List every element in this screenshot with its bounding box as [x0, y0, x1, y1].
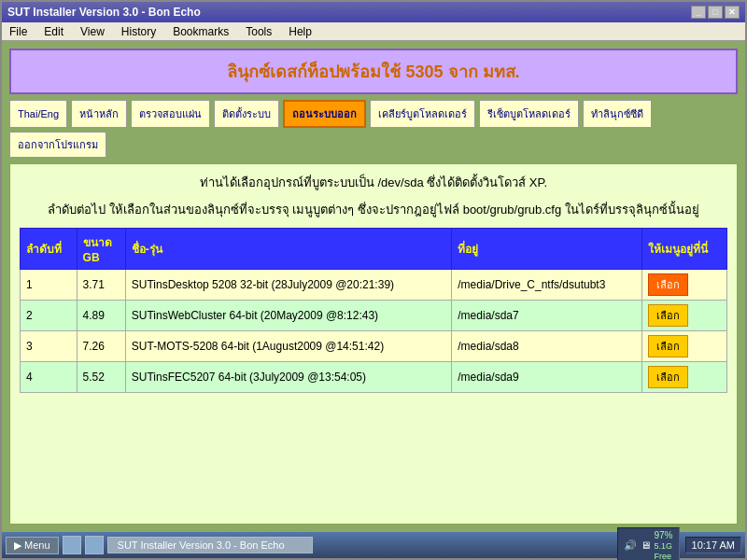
cell-size: 4.89 [77, 300, 125, 330]
cell-size: 7.26 [77, 330, 125, 361]
minimize-button[interactable]: _ [691, 6, 706, 19]
main-window: SUT Installer Version 3.0 - Bon Echo _ □… [0, 0, 747, 560]
table-row: 13.71SUTinsDesktop 5208 32-bit (28July20… [21, 269, 727, 300]
cell-size: 3.71 [77, 269, 125, 300]
nav-btn-thai-eng[interactable]: Thai/Eng [9, 100, 67, 128]
col-header-size: ขนาดGB [77, 228, 125, 269]
cell-path: /media/sda9 [452, 361, 641, 392]
cell-num: 3 [21, 330, 78, 361]
col-header-action: ให้เมนูอยู่ที่นี่ [641, 228, 727, 269]
taskbar-icon-1[interactable] [63, 536, 81, 554]
nav-btn-check-disc[interactable]: ตรวจสอบแผ่น [131, 100, 210, 128]
sys-tray: 🔊 🖥 97%5.1GFree [617, 527, 680, 561]
menu-view[interactable]: View [77, 25, 108, 38]
cell-action: เลือก [641, 300, 727, 330]
nav-btn-exit[interactable]: ออกจากโปรแกรม [9, 132, 106, 158]
menu-edit[interactable]: Edit [40, 25, 67, 38]
cell-size: 5.52 [77, 361, 125, 392]
taskbar-right: 🔊 🖥 97%5.1GFree 10:17 AM [617, 527, 742, 561]
maximize-button[interactable]: □ [708, 6, 723, 19]
start-button[interactable]: ▶ Menu [6, 537, 59, 554]
data-table: ลำดับที่ ขนาดGB ชื่อ-รุ่น ที่อยู่ ให้เมน… [20, 228, 727, 393]
network-icon[interactable]: 🖥 [641, 539, 651, 551]
col-header-num: ลำดับที่ [21, 228, 78, 269]
close-button[interactable]: ✕ [725, 6, 740, 19]
cell-num: 1 [21, 269, 78, 300]
nav-btn-home[interactable]: หน้าหลัก [71, 100, 127, 128]
title-bar-buttons: _ □ ✕ [691, 6, 740, 19]
title-bar: SUT Installer Version 3.0 - Bon Echo _ □… [2, 2, 745, 22]
cell-path: /media/sda8 [452, 330, 641, 361]
nav-btn-install[interactable]: ติดตั้งระบบ [214, 100, 279, 128]
menu-tools[interactable]: Tools [242, 25, 275, 38]
content-panel: ท่านได้เลือกอุปกรณ์ที่บูตระบบเป็น /dev/s… [9, 163, 738, 525]
cell-path: /media/sda7 [452, 300, 641, 330]
menu-help[interactable]: Help [285, 25, 316, 38]
header-banner: ลินุกซ์เดสก์ท็อปพร้อมใช้ 5305 จาก มทส. [9, 49, 738, 94]
info-line1: ท่านได้เลือกอุปกรณ์ที่บูตระบบเป็น /dev/s… [20, 174, 727, 193]
battery-indicator: 97%5.1GFree [655, 530, 673, 561]
cell-name: SUTinsDesktop 5208 32-bit (28July2009 @2… [125, 269, 451, 300]
table-header-row: ลำดับที่ ขนาดGB ชื่อ-รุ่น ที่อยู่ ให้เมน… [21, 228, 727, 269]
table-row: 24.89SUTinsWebCluster 64-bit (20May2009 … [21, 300, 727, 330]
col-header-path: ที่อยู่ [452, 228, 641, 269]
cell-path: /media/Drive_C_ntfs/dsutubt3 [452, 269, 641, 300]
cell-action: เลือก [641, 269, 727, 300]
table-row: 37.26SUT-MOTS-5208 64-bit (1August2009 @… [21, 330, 727, 361]
volume-icon[interactable]: 🔊 [624, 539, 637, 552]
nav-btn-reset-boot[interactable]: รีเซ็ตบูตโหลดเดอร์ [479, 100, 579, 128]
menu-bookmarks[interactable]: Bookmarks [169, 25, 233, 38]
nav-btn-clear-boot[interactable]: เคลียร์บูตโหลดเดอร์ [370, 100, 475, 128]
cell-action: เลือก [641, 330, 727, 361]
col-header-name: ชื่อ-รุ่น [125, 228, 451, 269]
clock: 10:17 AM [685, 537, 741, 553]
cell-name: SUTinsFEC5207 64-bit (3July2009 @13:54:0… [125, 361, 451, 392]
taskbar-icon-2[interactable] [85, 536, 104, 554]
start-label: ▶ Menu [14, 539, 50, 552]
cell-num: 2 [21, 300, 78, 330]
table-row: 45.52SUTinsFEC5207 64-bit (3July2009 @13… [21, 361, 727, 392]
select-button[interactable]: เลือก [648, 273, 688, 296]
menu-file[interactable]: File [6, 25, 31, 38]
cell-action: เลือก [641, 361, 727, 392]
cell-name: SUTinsWebCluster 64-bit (20May2009 @8:12… [125, 300, 451, 330]
cell-name: SUT-MOTS-5208 64-bit (1August2009 @14:51… [125, 330, 451, 361]
taskbar: ▶ Menu SUT Installer Version 3.0 - Bon E… [2, 532, 745, 558]
nav-btn-uninstall[interactable]: ถอนระบบออก [283, 100, 366, 128]
menu-bar: File Edit View History Bookmarks Tools H… [2, 22, 745, 41]
main-content: ลินุกซ์เดสก์ท็อปพร้อมใช้ 5305 จาก มทส. T… [2, 41, 745, 532]
cell-num: 4 [21, 361, 78, 392]
info-line2: ลำดับต่อไป ให้เลือกในส่วนของลินุกซ์ที่จะ… [20, 201, 727, 220]
select-button[interactable]: เลือก [648, 335, 688, 357]
menu-history[interactable]: History [118, 25, 160, 38]
nav-buttons: Thai/Eng หน้าหลัก ตรวจสอบแผ่น ติดตั้งระบ… [9, 100, 738, 158]
select-button[interactable]: เลือก [648, 304, 688, 327]
taskbar-window-item[interactable]: SUT Installer Version 3.0 - Bon Echo [107, 537, 313, 553]
select-button[interactable]: เลือก [648, 366, 688, 388]
nav-btn-make-cd[interactable]: ทำลินุกซ์ซีดี [583, 100, 652, 128]
window-title: SUT Installer Version 3.0 - Bon Echo [7, 6, 201, 19]
